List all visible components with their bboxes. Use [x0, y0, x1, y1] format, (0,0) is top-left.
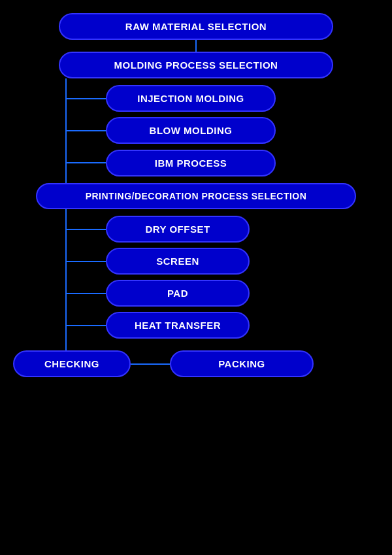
h-connector-3 — [67, 162, 106, 163]
dry-offset-node: DRY OFFSET — [106, 216, 250, 243]
dry-offset-label: DRY OFFSET — [145, 224, 210, 235]
ibm-process-node: IBM PROCESS — [106, 150, 276, 177]
process-diagram: RAW MATERIAL SELECTION MOLDING PROCESS S… — [7, 13, 385, 384]
heat-transfer-label: HEAT TRANSFER — [135, 320, 221, 331]
pad-label: PAD — [167, 288, 188, 299]
screen-node: SCREEN — [106, 248, 250, 275]
heat-transfer-node: HEAT TRANSFER — [106, 312, 250, 339]
packing-node: PACKING — [170, 350, 314, 377]
pad-node: PAD — [106, 280, 250, 307]
h-connector-1 — [67, 98, 106, 99]
checking-node: CHECKING — [13, 350, 131, 377]
ibm-process-label: IBM PROCESS — [155, 158, 227, 169]
connector-line — [195, 40, 197, 52]
h-connector-8 — [131, 363, 170, 365]
packing-label: PACKING — [218, 358, 265, 369]
h-connector-5 — [67, 261, 106, 262]
injection-molding-node: INJECTION MOLDING — [106, 85, 276, 112]
h-connector-2 — [67, 130, 106, 131]
molding-process-node: MOLDING PROCESS SELECTION — [59, 52, 333, 78]
h-connector-4 — [67, 229, 106, 230]
molding-process-label: MOLDING PROCESS SELECTION — [114, 59, 278, 71]
blow-molding-label: BLOW MOLDING — [150, 125, 233, 136]
screen-label: SCREEN — [156, 256, 199, 267]
h-connector-7 — [67, 325, 106, 326]
blow-molding-node: BLOW MOLDING — [106, 117, 276, 144]
printing-decoration-node: PRINTING/DECORATION PROCESS SELECTION — [36, 183, 356, 209]
raw-material-label: RAW MATERIAL SELECTION — [125, 21, 267, 32]
checking-label: CHECKING — [44, 358, 99, 369]
raw-material-node: RAW MATERIAL SELECTION — [59, 13, 333, 40]
h-connector-6 — [67, 293, 106, 294]
injection-molding-label: INJECTION MOLDING — [137, 93, 244, 104]
printing-decoration-label: PRINTING/DECORATION PROCESS SELECTION — [86, 191, 307, 201]
